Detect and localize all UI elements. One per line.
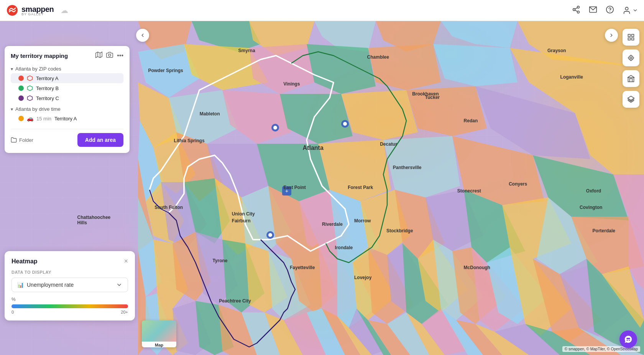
unemployment-icon: 📊: [17, 282, 24, 288]
card-actions: •••: [95, 51, 123, 60]
svg-line-5: [575, 7, 577, 9]
layers-toolbar-button[interactable]: [623, 91, 639, 108]
collapse-arrow-button[interactable]: [605, 29, 618, 42]
territory-b-hex-icon: [27, 85, 33, 91]
svg-point-122: [108, 54, 111, 56]
gradient-labels: 0 20+: [12, 310, 128, 314]
thumbnail-image: [142, 320, 176, 342]
gradient-bar: [12, 304, 128, 308]
territory-item-c[interactable]: Territory C: [11, 93, 123, 103]
territory-b-dot: [18, 85, 24, 91]
drive-item-15[interactable]: 🚗 15 min Territory A: [11, 113, 123, 123]
cloud-icon[interactable]: ☁: [61, 6, 68, 15]
map-thumbnail[interactable]: Map: [142, 320, 176, 347]
percent-label: %: [12, 297, 128, 302]
logo[interactable]: smappen BY GALLEY: [6, 4, 54, 16]
drive-15-car-icon: 🚗: [27, 115, 33, 122]
svg-marker-119: [96, 52, 102, 58]
gradient-max-label: 20+: [121, 310, 128, 314]
drive-chevron-icon: ▾: [11, 107, 13, 112]
back-arrow-button[interactable]: [136, 29, 149, 42]
svg-rect-128: [628, 38, 631, 40]
svg-point-9: [625, 7, 628, 10]
add-area-label: Add an area: [85, 137, 116, 143]
drive-15-time: 15 min: [36, 116, 51, 122]
right-toolbar: [623, 29, 639, 108]
heatmap-close-button[interactable]: ×: [124, 257, 128, 265]
svg-point-112: [343, 122, 347, 126]
map-action-icon[interactable]: [95, 51, 102, 60]
folder-label: Folder: [19, 137, 33, 143]
folder-button[interactable]: Folder: [11, 137, 33, 143]
territory-c-label: Territory C: [36, 95, 59, 101]
logo-icon: [6, 4, 18, 16]
svg-rect-132: [628, 78, 634, 82]
building-toolbar-button[interactable]: [623, 70, 639, 87]
gradient-min-label: 0: [12, 310, 14, 314]
help-icon[interactable]: [606, 5, 614, 16]
share-icon[interactable]: [572, 5, 580, 16]
territory-c-dot: [18, 95, 24, 101]
data-select-dropdown[interactable]: 📊 Unemployment rate: [12, 278, 128, 292]
add-area-button[interactable]: Add an area: [77, 133, 123, 147]
data-to-display-label: DATA TO DISPLAY: [12, 270, 128, 274]
svg-point-110: [273, 126, 277, 130]
heatmap-title: Heatmap: [12, 258, 38, 265]
mail-icon[interactable]: [589, 5, 597, 16]
heatmap-header: Heatmap ×: [12, 257, 128, 265]
territory-item-b[interactable]: Territory B: [11, 83, 123, 93]
zip-group: ▾ Atlanta by ZIP codes Territory A Terri…: [11, 64, 123, 103]
card-title: My territory mapping: [11, 53, 68, 59]
chevron-down-icon: [116, 282, 122, 288]
svg-marker-124: [28, 86, 33, 91]
camera-action-icon[interactable]: [106, 51, 113, 60]
svg-text:+: +: [285, 188, 288, 194]
territory-b-label: Territory B: [36, 85, 59, 91]
svg-point-131: [629, 56, 633, 60]
svg-rect-127: [632, 35, 634, 37]
svg-marker-39: [383, 136, 460, 197]
drive-group: ▾ Atlanta by drive time 🚗 15 min Territo…: [11, 105, 123, 123]
territory-a-label: Territory A: [36, 76, 59, 81]
location-toolbar-button[interactable]: [623, 49, 639, 66]
top-navigation: smappen BY GALLEY ☁: [0, 0, 644, 21]
card-header: My territory mapping •••: [11, 51, 123, 60]
chat-bubble-button[interactable]: [619, 330, 637, 348]
zip-group-name: Atlanta by ZIP codes: [15, 66, 61, 72]
drive-15-dot: [18, 116, 24, 121]
territory-card: My territory mapping •••: [5, 46, 130, 153]
data-select-value: 📊 Unemployment rate: [17, 282, 74, 288]
zip-group-header[interactable]: ▾ Atlanta by ZIP codes: [11, 64, 123, 73]
selected-data-label: Unemployment rate: [27, 282, 74, 288]
drive-15-name: Territory A: [54, 116, 77, 122]
grid-toolbar-button[interactable]: [623, 29, 639, 46]
user-menu[interactable]: [623, 6, 638, 15]
left-panel: My territory mapping •••: [0, 46, 134, 153]
drive-group-name: Atlanta by drive time: [15, 106, 61, 112]
drive-group-header[interactable]: ▾ Atlanta by drive time: [11, 105, 123, 113]
svg-marker-125: [28, 96, 33, 101]
svg-rect-129: [632, 38, 634, 40]
territory-a-dot: [18, 76, 24, 81]
svg-marker-123: [28, 76, 33, 81]
territory-c-hex-icon: [27, 95, 33, 101]
svg-marker-22: [368, 44, 441, 90]
heatmap-card: Heatmap × DATA TO DISPLAY 📊 Unemployment…: [5, 251, 135, 320]
territory-item-a[interactable]: Territory A: [11, 73, 123, 83]
svg-line-4: [575, 10, 577, 12]
territory-a-hex-icon: [27, 75, 33, 81]
nav-icons: [572, 5, 638, 16]
svg-point-114: [268, 233, 272, 237]
svg-point-130: [630, 57, 632, 59]
zip-chevron-icon: ▾: [11, 66, 13, 72]
thumbnail-label: Map: [142, 342, 176, 347]
more-action-icon[interactable]: •••: [117, 52, 123, 59]
card-footer: Folder Add an area: [11, 129, 123, 147]
svg-rect-126: [628, 35, 631, 37]
